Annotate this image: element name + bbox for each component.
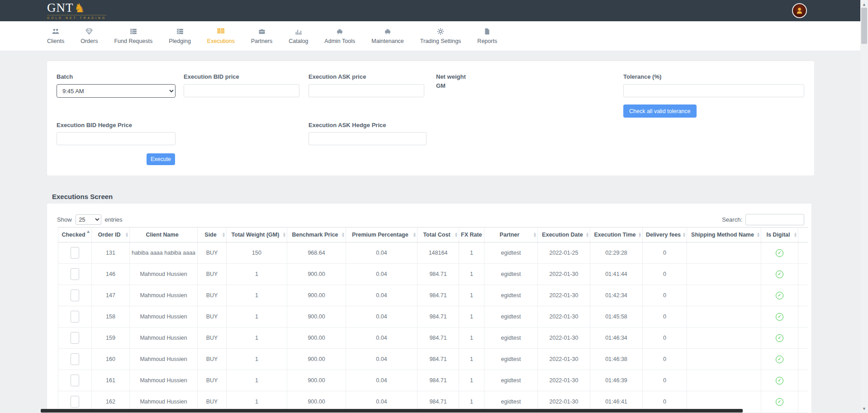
executions-table-wrapper[interactable]: Checked▲Order ID▲▼Client NameSide▲▼Total…: [58, 227, 808, 413]
cell-benchmark-price: 900.00: [287, 370, 346, 391]
list-icon: [129, 28, 138, 35]
column-header-premium-percentage[interactable]: Premium Percentage▲▼: [346, 228, 417, 242]
execution-ask-price-input[interactable]: [308, 84, 424, 97]
sort-icon: ▲▼: [794, 233, 797, 237]
column-label: Premium Percentage: [352, 232, 408, 238]
is-digital-check-icon: ✓: [776, 377, 783, 385]
column-header-shipping-method-name[interactable]: Shipping Method Name▲▼: [687, 228, 761, 242]
row-checkbox[interactable]: [71, 396, 79, 408]
is-digital-check-icon: ✓: [776, 271, 783, 278]
cell-execution-time: 01:46:38: [590, 349, 643, 370]
column-label: Total Weight (GM): [232, 232, 280, 238]
column-header-execution-date[interactable]: Execution Date▲▼: [538, 228, 590, 242]
cell-execution-time: 01:46:34: [590, 328, 643, 349]
cell-side: BUY: [198, 370, 227, 391]
column-header-order-id[interactable]: Order ID▲▼: [92, 228, 130, 242]
column-header-fx-rate[interactable]: FX Rate: [459, 228, 484, 242]
users-icon: [51, 28, 60, 35]
entries-select[interactable]: 25: [76, 214, 101, 225]
cell-fx-rate: 1: [459, 306, 484, 328]
row-checkbox[interactable]: [71, 375, 79, 386]
cell-benchmark-price: 900.00: [287, 285, 346, 306]
cell-checked: [58, 328, 92, 349]
tab-orders[interactable]: Orders: [72, 28, 106, 44]
cell-shipping-method: [687, 285, 761, 306]
cell-premium-percentage: 0.04: [346, 349, 417, 370]
column-header-side[interactable]: Side▲▼: [198, 228, 227, 242]
cell-is-digital: ✓: [761, 391, 798, 413]
column-header-execution-time[interactable]: Execution Time▲▼: [590, 228, 643, 242]
sort-icon: ▲▼: [413, 233, 416, 237]
tab-admin-tools[interactable]: Admin Tools: [316, 28, 363, 44]
column-header-partner[interactable]: Partner▲▼: [484, 228, 538, 242]
tab-fund-requests[interactable]: Fund Requests: [106, 28, 161, 44]
cell-execution-time: 01:46:39: [590, 370, 643, 391]
column-header-total-weight-gm-[interactable]: Total Weight (GM)▲▼: [227, 228, 287, 242]
column-header-delivery-fees[interactable]: Delivery fees▲▼: [643, 228, 687, 242]
vertical-scrollbar[interactable]: ▲ ▼: [860, 0, 868, 413]
is-digital-check-icon: ✓: [776, 356, 783, 363]
row-checkbox[interactable]: [71, 268, 79, 280]
check-tolerance-button[interactable]: Check all valid tolerance: [623, 104, 697, 118]
cell-is-digital: ✓: [761, 285, 798, 306]
execution-ask-hedge-input[interactable]: [308, 132, 427, 145]
tab-reports[interactable]: Reports: [469, 28, 505, 44]
vertical-scroll-thumb[interactable]: [861, 8, 867, 44]
column-label: Order ID: [98, 232, 120, 238]
sort-icon: ▲▼: [283, 233, 285, 237]
cell-extra: [798, 306, 808, 328]
row-checkbox[interactable]: [71, 290, 79, 301]
column-header-client-name[interactable]: Client Name: [130, 228, 198, 242]
tab-clients[interactable]: Clients: [39, 28, 72, 44]
scroll-down-icon[interactable]: ▼: [860, 405, 868, 412]
user-avatar-button[interactable]: [792, 3, 807, 18]
tab-pledging[interactable]: Pledging: [161, 28, 199, 44]
tab-executions[interactable]: Executions: [199, 28, 243, 44]
is-digital-check-icon: ✓: [776, 292, 783, 299]
logo[interactable]: GNT ♞ GOLD NET TRADING: [47, 1, 106, 19]
column-label: Total Cost: [423, 232, 450, 238]
batch-select[interactable]: 9:45 AM: [57, 84, 175, 98]
execution-bid-price-input[interactable]: [184, 84, 299, 97]
scroll-up-icon[interactable]: ▲: [860, 1, 868, 8]
cell-partner: egidtest: [484, 349, 538, 370]
executions-table-card: Show 25 entries Search: Checked▲Order ID…: [47, 204, 811, 413]
cell-delivery-fees: 0: [643, 306, 687, 328]
toolbox-icon: [335, 28, 344, 35]
cell-order-id: 146: [92, 264, 130, 285]
cell-checked: [58, 264, 92, 285]
tab-trading-settings[interactable]: Trading Settings: [412, 28, 470, 44]
row-checkbox[interactable]: [71, 353, 79, 365]
row-checkbox[interactable]: [71, 332, 79, 344]
search-input[interactable]: [745, 214, 804, 225]
cell-is-digital: ✓: [761, 242, 798, 264]
logo-subtitle: GOLD NET TRADING: [47, 15, 106, 19]
execution-bid-hedge-input[interactable]: [57, 132, 175, 145]
tab-label: Pledging: [169, 38, 191, 44]
column-header-checked[interactable]: Checked▲: [58, 228, 92, 242]
row-checkbox[interactable]: [71, 311, 79, 323]
sort-icon: ▲▼: [223, 233, 225, 237]
execute-button[interactable]: Execute: [147, 153, 175, 165]
tab-maintenance[interactable]: Maintenance: [363, 28, 412, 44]
column-header-c[interactable]: C: [798, 228, 808, 242]
tab-catalog[interactable]: Catalog: [280, 28, 316, 44]
is-digital-check-icon: ✓: [776, 398, 783, 406]
horizontal-scroll-thumb[interactable]: [41, 409, 743, 413]
cell-checked: [58, 285, 92, 306]
table-row: 131habiba aaaa habiba aaaaBUY150968.640.…: [58, 242, 808, 264]
batch-label: Batch: [57, 73, 73, 80]
is-digital-check-icon: ✓: [776, 313, 783, 321]
column-header-is-digital[interactable]: Is Digital▲▼: [761, 228, 798, 242]
cell-total-weight: 1: [227, 328, 287, 349]
tab-partners[interactable]: Partners: [243, 28, 280, 44]
row-checkbox[interactable]: [71, 247, 79, 259]
cell-total-weight: 1: [227, 349, 287, 370]
column-header-total-cost[interactable]: Total Cost▲▼: [417, 228, 459, 242]
logo-text: GNT: [47, 1, 74, 14]
cell-extra: [798, 349, 808, 370]
column-header-benchmark-price[interactable]: Benchmark Price▲▼: [287, 228, 346, 242]
execution-ask-price-label: Execution ASK price: [308, 73, 366, 80]
griffin-icon: ♞: [74, 2, 85, 14]
tolerance-input[interactable]: [623, 84, 804, 97]
